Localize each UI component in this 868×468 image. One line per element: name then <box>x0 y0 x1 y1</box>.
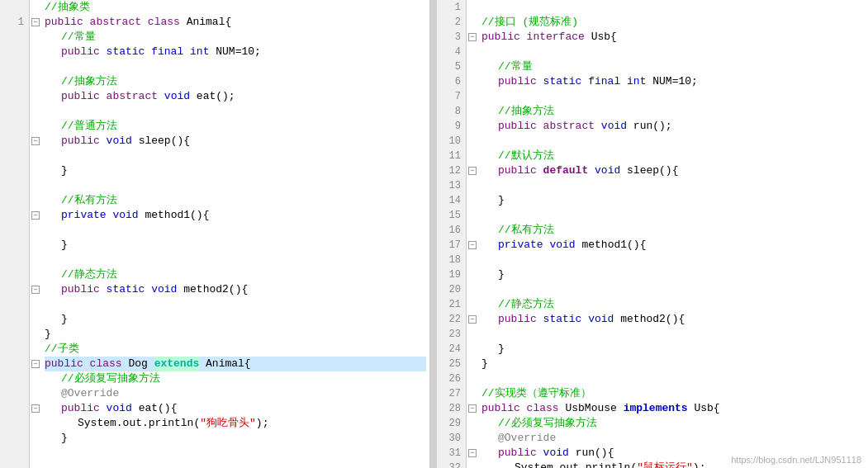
line-number <box>5 386 24 401</box>
line-number <box>5 282 24 297</box>
token: int <box>190 45 216 59</box>
right-gutter: −−−−−− <box>467 0 478 468</box>
token: eat(); <box>197 89 235 104</box>
token: void <box>588 312 620 327</box>
token: sleep(){ <box>139 134 190 149</box>
fold-marker[interactable]: − <box>468 404 477 413</box>
fold-marker[interactable]: − <box>468 449 477 457</box>
right-line-numbers: 1234567891011121314151617181920212223242… <box>437 0 467 468</box>
fold-marker[interactable]: − <box>468 167 477 175</box>
token: UsbMouse <box>565 401 623 416</box>
token: final <box>588 74 627 89</box>
code-line <box>481 371 865 386</box>
token: void <box>601 119 633 134</box>
line-number: 13 <box>442 178 461 193</box>
token: eat(){ <box>139 401 178 416</box>
code-line <box>45 59 426 74</box>
pane-divider[interactable] <box>430 0 437 468</box>
code-line <box>481 327 865 342</box>
right-code-pane: 1234567891011121314151617181920212223242… <box>437 0 868 468</box>
left-code-pane: 1 −−−−−− //抽象类public abstract class Anim… <box>0 0 430 468</box>
line-number <box>5 238 24 253</box>
line-number: 9 <box>442 119 461 134</box>
fold-marker[interactable]: − <box>31 211 40 220</box>
token: void <box>107 401 139 416</box>
line-number: 23 <box>442 327 461 342</box>
line-number: 4 <box>442 45 461 59</box>
token: //必须复写抽象方法 <box>61 371 160 386</box>
token: public <box>481 401 527 416</box>
token: NUM=10; <box>652 74 698 89</box>
fold-marker[interactable]: − <box>468 315 477 324</box>
token: //必须复写抽象方法 <box>498 416 597 431</box>
line-number: 14 <box>442 193 461 208</box>
token: final <box>151 45 190 59</box>
token: public <box>61 134 107 149</box>
token: } <box>45 327 51 342</box>
token: } <box>61 238 68 253</box>
code-line <box>45 297 426 312</box>
left-gutter: −−−−−− <box>30 0 41 468</box>
token: @Override <box>498 431 556 446</box>
token: "鼠标运行" <box>637 461 693 468</box>
token: Usb{ <box>694 401 719 416</box>
fold-marker[interactable]: − <box>468 33 477 41</box>
line-number: 24 <box>442 342 461 357</box>
line-number: 18 <box>442 253 461 267</box>
fold-marker[interactable]: − <box>31 404 40 413</box>
line-number <box>5 134 24 149</box>
token: extends <box>154 357 200 371</box>
token: static <box>107 45 152 59</box>
token: class <box>148 15 187 30</box>
token: //实现类（遵守标准） <box>481 386 591 401</box>
token: method2(){ <box>183 282 248 297</box>
token: @Override <box>61 386 119 401</box>
line-number <box>5 104 24 119</box>
token: Animal{ <box>187 15 232 30</box>
token: public <box>45 15 90 30</box>
token: //普通方法 <box>61 119 117 134</box>
fold-marker[interactable]: − <box>31 18 40 26</box>
code-line: //子类 <box>45 342 426 357</box>
token: void <box>151 282 183 297</box>
line-number <box>5 223 24 238</box>
code-line <box>481 253 865 267</box>
code-line: public void run(){ <box>481 446 865 461</box>
token: private <box>498 238 549 253</box>
token: sleep(){ <box>627 163 678 178</box>
code-line <box>45 149 426 163</box>
token: //静态方法 <box>498 297 554 312</box>
line-number: 5 <box>442 59 461 74</box>
fold-marker[interactable]: − <box>31 360 40 368</box>
code-line: //必须复写抽象方法 <box>481 416 865 431</box>
line-number: 27 <box>442 386 461 401</box>
fold-marker[interactable]: − <box>31 137 40 145</box>
line-number: 20 <box>442 282 461 297</box>
code-line: public abstract class Animal{ <box>45 15 426 30</box>
line-number <box>5 149 24 163</box>
token: //私有方法 <box>61 193 117 208</box>
token: //静态方法 <box>61 267 117 282</box>
token: ); <box>693 461 706 468</box>
token: class <box>527 401 566 416</box>
fold-marker[interactable]: − <box>31 286 40 294</box>
line-number: 26 <box>442 371 461 386</box>
line-number <box>5 59 24 74</box>
token: abstract <box>107 89 164 104</box>
code-line: //普通方法 <box>45 119 426 134</box>
fold-marker[interactable]: − <box>468 241 477 249</box>
token: public <box>481 30 527 45</box>
left-line-numbers: 1 <box>0 0 30 468</box>
code-line: } <box>45 238 426 253</box>
code-line: //静态方法 <box>45 267 426 282</box>
code-line: } <box>45 163 426 178</box>
token: implements <box>624 401 695 416</box>
token: method2(){ <box>620 312 685 327</box>
token: static <box>107 282 152 297</box>
token: void <box>107 134 139 149</box>
code-line <box>481 0 865 15</box>
token: } <box>61 312 68 327</box>
code-line: } <box>45 431 426 446</box>
code-line: System.out.println("鼠标运行"); <box>481 461 865 468</box>
line-number: 7 <box>442 89 461 104</box>
